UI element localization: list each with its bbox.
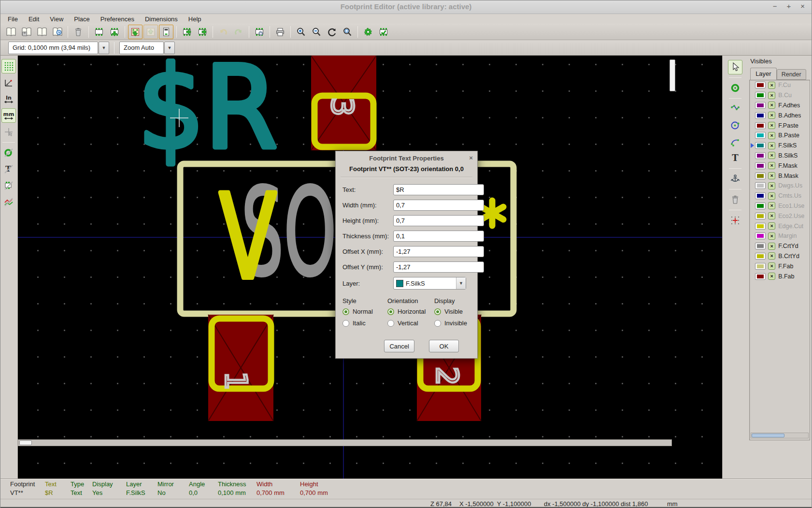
layer-list-scrollbar-thumb[interactable] — [752, 434, 784, 437]
canvas-horizontal-scrollbar-thumb[interactable] — [19, 440, 32, 445]
style-option-italic[interactable]: Italic — [342, 319, 387, 327]
offset-y-input[interactable] — [393, 261, 484, 273]
menu-dimensions[interactable]: Dimensions — [140, 15, 183, 24]
dialog-close-icon[interactable]: × — [469, 154, 473, 161]
layer-row-f.fab[interactable]: ×F.Fab — [750, 261, 810, 271]
layer-visibility-checkbox[interactable]: × — [768, 122, 775, 129]
layer-row-margin[interactable]: ×Margin — [750, 231, 810, 241]
layer-visibility-checkbox[interactable]: × — [768, 192, 775, 200]
add-line-icon[interactable] — [728, 102, 742, 116]
ok-button[interactable]: OK — [429, 340, 459, 352]
units-mm-icon[interactable]: mm — [1, 108, 16, 123]
layer-visibility-checkbox[interactable]: × — [768, 112, 775, 119]
add-text-icon[interactable]: T — [728, 151, 742, 165]
orientation-option-vertical[interactable]: Vertical — [387, 319, 434, 327]
maximize-button[interactable]: + — [786, 2, 791, 10]
display-option-visible[interactable]: Visible — [434, 308, 467, 315]
layer-row-edge.cut[interactable]: ×Edge.Cut — [750, 221, 810, 231]
layer-row-b.silks[interactable]: ×B.SilkS — [750, 151, 810, 161]
layer-color-swatch[interactable] — [755, 152, 766, 159]
orientation-radio-horizontal[interactable] — [387, 308, 394, 315]
pad-1[interactable]: 1 — [208, 315, 273, 421]
footprint-properties-icon[interactable] — [252, 25, 267, 39]
library-save-icon[interactable] — [19, 25, 34, 39]
layer-color-swatch[interactable] — [755, 82, 766, 88]
layer-visibility-checkbox[interactable]: × — [768, 252, 775, 260]
menu-preferences[interactable]: Preferences — [95, 15, 140, 24]
footprint-open-icon[interactable] — [35, 25, 49, 39]
layer-visibility-checkbox[interactable]: × — [768, 243, 775, 250]
layer-row-f.adhes[interactable]: ×F.Adhes — [750, 101, 810, 111]
layer-row-f.silks[interactable]: ×F.SilkS — [750, 141, 810, 151]
silkscreen-asterisk-glyph[interactable] — [481, 201, 503, 226]
layer-color-swatch[interactable] — [755, 213, 766, 219]
layer-color-swatch[interactable] — [755, 232, 766, 239]
library-browse-icon[interactable] — [50, 25, 65, 39]
high-contrast-icon[interactable] — [1, 195, 16, 209]
offset-x-input[interactable] — [393, 246, 484, 257]
pads-sketch-icon[interactable] — [1, 145, 16, 160]
layer-visibility-checkbox[interactable]: × — [768, 212, 775, 219]
layer-dropdown-arrow-icon[interactable]: ▼ — [456, 277, 466, 289]
layer-color-swatch[interactable] — [755, 173, 766, 179]
layer-row-f.cu[interactable]: ×F.Cu — [750, 80, 810, 90]
layer-visibility-checkbox[interactable]: × — [768, 262, 775, 270]
layer-row-b.mask[interactable]: ×B.Mask — [750, 171, 810, 181]
layer-row-f.mask[interactable]: ×F.Mask — [750, 160, 810, 171]
layer-visibility-checkbox[interactable]: × — [768, 182, 775, 189]
close-button[interactable]: × — [800, 2, 805, 10]
add-circle-icon[interactable] — [728, 118, 742, 132]
layer-color-swatch[interactable] — [755, 132, 766, 139]
units-inches-icon[interactable]: In — [1, 92, 16, 106]
footprint-delete-icon[interactable] — [71, 25, 85, 39]
board-insert-icon[interactable] — [159, 25, 173, 39]
menu-place[interactable]: Place — [69, 15, 95, 24]
layer-visibility-checkbox[interactable]: × — [768, 273, 775, 280]
layer-visibility-checkbox[interactable]: × — [768, 102, 775, 109]
style-radio-normal[interactable] — [342, 308, 349, 315]
menu-view[interactable]: View — [44, 15, 69, 24]
silkscreen-v-glyph[interactable]: V — [219, 170, 276, 305]
layer-color-swatch[interactable] — [755, 223, 766, 230]
layer-color-swatch[interactable] — [755, 192, 766, 199]
layer-visibility-checkbox[interactable]: × — [768, 132, 775, 139]
library-select-icon[interactable] — [4, 25, 18, 39]
display-option-invisible[interactable]: Invisible — [434, 319, 467, 327]
delete-item-icon[interactable] — [728, 192, 742, 207]
style-option-normal[interactable]: Normal — [342, 308, 387, 315]
layer-row-b.crtyd[interactable]: ×B.CrtYd — [750, 251, 810, 261]
select-tool-icon[interactable] — [728, 60, 742, 74]
layer-color-swatch[interactable] — [755, 142, 766, 149]
layer-dropdown[interactable]: F.SilkS ▼ — [393, 277, 466, 290]
texts-sketch-icon[interactable]: T — [1, 162, 16, 176]
layer-list-scrollbar[interactable] — [751, 433, 809, 438]
layer-visibility-checkbox[interactable]: × — [768, 202, 775, 209]
layer-color-swatch[interactable] — [755, 243, 766, 249]
layer-visibility-checkbox[interactable]: × — [768, 92, 775, 99]
zoom-select[interactable]: Zoom Auto — [119, 42, 164, 54]
polar-coordinates-icon[interactable] — [1, 75, 16, 90]
zoom-fit-icon[interactable] — [340, 25, 355, 39]
add-pad-icon[interactable] — [728, 81, 742, 95]
thickness-input[interactable] — [393, 231, 484, 242]
layer-color-swatch[interactable] — [755, 112, 766, 119]
canvas-horizontal-scrollbar[interactable] — [18, 439, 672, 446]
pad-settings-icon[interactable] — [361, 25, 375, 39]
layer-visibility-checkbox[interactable]: × — [768, 82, 775, 89]
grid-visibility-icon[interactable] — [1, 59, 16, 73]
layer-color-swatch[interactable] — [755, 253, 766, 260]
board-load-icon[interactable] — [128, 25, 142, 39]
add-arc-icon[interactable] — [728, 134, 742, 149]
orientation-option-horizontal[interactable]: Horizontal — [387, 308, 434, 315]
layer-visibility-checkbox[interactable]: × — [768, 142, 775, 149]
menu-help[interactable]: Help — [183, 15, 207, 24]
cancel-button[interactable]: Cancel — [384, 340, 414, 352]
set-anchor-icon[interactable] — [728, 172, 742, 186]
zoom-out-icon[interactable] — [309, 25, 324, 39]
layer-color-swatch[interactable] — [755, 92, 766, 99]
footprint-import-icon[interactable] — [180, 25, 194, 39]
layer-row-f.crtyd[interactable]: ×F.CrtYd — [750, 241, 810, 251]
layer-row-eco2.use[interactable]: ×Eco2.Use — [750, 211, 810, 221]
layer-visibility-checkbox[interactable]: × — [768, 172, 775, 179]
layer-row-cmts.us[interactable]: ×Cmts.Us — [750, 191, 810, 201]
